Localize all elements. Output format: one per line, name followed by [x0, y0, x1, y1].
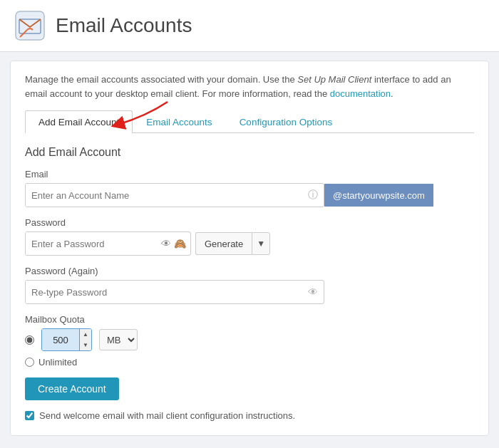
password-input-row: 👁 🙈 Generate ▼: [25, 231, 474, 256]
email-form-group: Email ⓘ @startyourwpsite.com: [25, 169, 474, 207]
quota-value-input[interactable]: [42, 329, 79, 350]
form-section-heading: Add Email Account: [25, 146, 474, 159]
password-again-label: Password (Again): [25, 266, 474, 276]
quota-spinner: ▲ ▼: [79, 329, 91, 350]
generate-btn-wrapper: Generate ▼: [195, 232, 270, 255]
welcome-email-row: Send welcome email with mail client conf…: [25, 410, 474, 421]
red-arrow-svg: [96, 95, 182, 130]
generate-button[interactable]: Generate: [195, 232, 252, 255]
welcome-email-checkbox[interactable]: [25, 411, 34, 420]
password-input-wrapper: 👁 🙈: [25, 231, 191, 256]
email-input-wrapper: ⓘ: [25, 183, 324, 207]
welcome-email-label: Send welcome email with mail client conf…: [39, 410, 295, 421]
password-input[interactable]: [26, 232, 157, 255]
email-info-icon: ⓘ: [302, 189, 324, 202]
password-eye-slash-icon[interactable]: 🙈: [174, 238, 186, 249]
domain-badge: @startyourwpsite.com: [324, 184, 433, 207]
quota-radio-value[interactable]: [25, 335, 34, 345]
password-again-form-group: Password (Again) 👁: [25, 266, 474, 304]
create-account-button[interactable]: Create Account: [25, 377, 119, 400]
info-text-before: Manage the email accounts associated wit…: [25, 74, 297, 85]
password-again-input[interactable]: [26, 281, 302, 303]
quota-unlimited-radio[interactable]: [25, 358, 34, 367]
email-input-row: ⓘ @startyourwpsite.com: [25, 183, 474, 207]
mailbox-quota-label: Mailbox Quota: [25, 314, 474, 325]
info-paragraph: Manage the email accounts associated wit…: [25, 73, 474, 100]
password-again-icon: 👁: [302, 286, 324, 298]
quota-decrement-button[interactable]: ▼: [80, 340, 91, 350]
password-icons: 👁 🙈: [157, 238, 190, 249]
mailbox-quota-form-group: Mailbox Quota ▲ ▼ MB GB Unlimited: [25, 314, 474, 368]
documentation-link[interactable]: documentation: [330, 88, 391, 99]
email-label: Email: [25, 169, 474, 179]
quota-row: ▲ ▼ MB GB: [25, 328, 474, 351]
tabs-bar: Add Email Account Email Accounts Configu…: [25, 110, 474, 133]
password-label: Password: [25, 217, 474, 228]
quota-unlimited-row: Unlimited: [25, 357, 474, 368]
mb-unit-dropdown[interactable]: MB GB: [99, 329, 138, 350]
page-title: Email Accounts: [56, 14, 192, 37]
info-italic: Set Up Mail Client: [297, 74, 371, 85]
quota-input-wrapper: ▲ ▼: [41, 328, 92, 351]
quota-increment-button[interactable]: ▲: [80, 329, 91, 340]
password-form-group: Password 👁 🙈 Generate ▼: [25, 217, 474, 256]
generate-dropdown-button[interactable]: ▼: [252, 232, 270, 255]
page-header: Email Accounts: [0, 0, 499, 52]
tab-configuration-options[interactable]: Configuration Options: [226, 110, 346, 133]
password-again-wrapper: 👁: [25, 280, 324, 304]
info-text-end: .: [391, 88, 393, 99]
email-input[interactable]: [26, 184, 302, 207]
svg-rect-0: [16, 11, 44, 40]
main-content: Manage the email accounts associated wit…: [10, 61, 489, 436]
unlimited-label: Unlimited: [38, 357, 77, 368]
password-eye-icon[interactable]: 👁: [161, 238, 171, 249]
email-accounts-icon: [14, 10, 46, 41]
